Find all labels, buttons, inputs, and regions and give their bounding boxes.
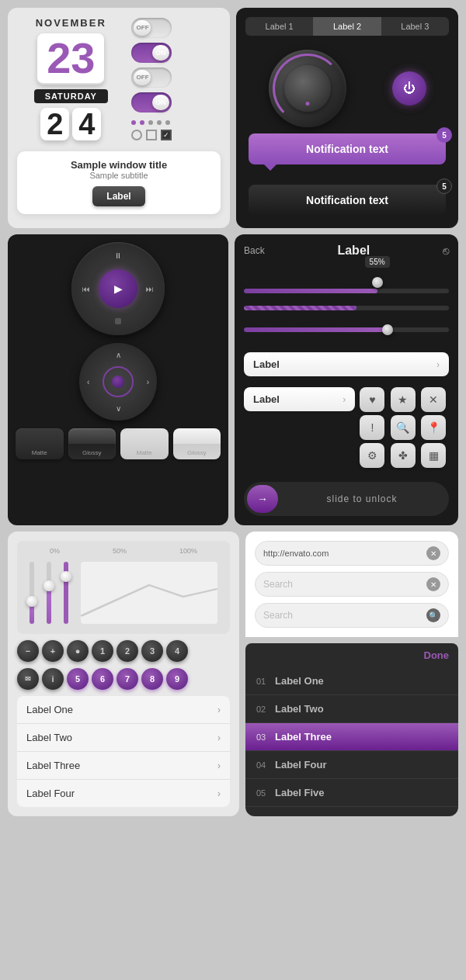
circle-8[interactable]: 8: [141, 668, 163, 690]
icon-warning[interactable]: !: [360, 415, 384, 440]
list-chevron-1: ›: [217, 705, 221, 715]
search-clear-btn-1[interactable]: ✕: [426, 577, 440, 591]
picker-item-5[interactable]: 05 Label Five: [245, 779, 458, 807]
icon-grid: ♥ ★ ✕ ! 🔍 📍 ⚙ ✤ ▦: [360, 387, 449, 468]
picker-label-1: Label One: [275, 675, 324, 687]
slider-track-3[interactable]: [244, 327, 449, 332]
nav-down[interactable]: ∨: [116, 404, 121, 413]
label-btn-2[interactable]: Label ›: [244, 387, 355, 411]
power-button[interactable]: ⏻: [392, 71, 426, 106]
picker-item-1[interactable]: 01 Label One: [245, 667, 458, 695]
icon-search[interactable]: 🔍: [391, 415, 416, 440]
icon-heart[interactable]: ♥: [360, 387, 384, 412]
circle-minus[interactable]: −: [17, 640, 39, 662]
fastfwd-btn[interactable]: ⏭: [146, 285, 154, 293]
circle-buttons-row1: − + ● 1 2 3 4: [17, 640, 230, 662]
circle-mail[interactable]: ✉: [17, 668, 39, 690]
search-placeholder-1: Search: [263, 579, 293, 590]
eq-slider-2[interactable]: [47, 562, 51, 624]
icon-close[interactable]: ✕: [421, 387, 446, 412]
window-label-btn[interactable]: Label: [92, 186, 144, 206]
list-item-3[interactable]: Label Three ›: [17, 752, 230, 780]
label-btn-1[interactable]: Label ›: [244, 352, 449, 376]
done-button[interactable]: Done: [424, 649, 450, 661]
label-btn-2-text: Label: [253, 393, 280, 405]
share-button[interactable]: ⎋: [443, 244, 449, 257]
picker-item-3[interactable]: 03 Label Three: [245, 723, 458, 751]
checkboxes-row: ✓: [131, 130, 172, 140]
volume-knob[interactable]: [269, 50, 346, 127]
slider-track-1[interactable]: [244, 289, 449, 293]
url-bar[interactable]: http://envato.com ✕: [255, 541, 449, 566]
back-button[interactable]: Back: [244, 245, 265, 256]
picker-num-1: 01: [256, 677, 275, 686]
nav-up[interactable]: ∧: [116, 351, 121, 359]
circle-6[interactable]: 6: [92, 668, 113, 690]
knob-notification-panel: Label 1 Label 2 Label 3 ⏻ Notification t…: [236, 8, 458, 228]
circle-9[interactable]: 9: [166, 668, 188, 690]
btn-matte-dark-1[interactable]: Matte: [16, 428, 64, 459]
slide-handle[interactable]: →: [247, 485, 278, 513]
icon-plus[interactable]: ✤: [391, 443, 416, 468]
tab-2[interactable]: Label 2: [313, 17, 381, 36]
circle-plus[interactable]: +: [42, 640, 64, 662]
icon-star[interactable]: ★: [391, 387, 416, 412]
sliders-section: 55%: [244, 272, 449, 337]
pause-btn[interactable]: ⏸: [114, 251, 122, 260]
url-clear-btn[interactable]: ✕: [426, 546, 440, 560]
list-item-2[interactable]: Label Two ›: [17, 724, 230, 752]
cal-day-big: 23: [37, 33, 104, 85]
circle-info[interactable]: i: [42, 668, 64, 690]
stop-btn[interactable]: [115, 318, 121, 324]
eq-sliders: [23, 558, 224, 628]
picker-item-4[interactable]: 04 Label Four: [245, 751, 458, 779]
btn-glossy-light-1[interactable]: Glossy: [173, 428, 221, 459]
slider-thumb-1[interactable]: [372, 277, 383, 288]
icon-gear[interactable]: ⚙: [360, 443, 384, 468]
list-item-1[interactable]: Label One ›: [17, 696, 230, 724]
eq-slider-1[interactable]: [30, 562, 34, 624]
checkbox-checked[interactable]: ✓: [161, 130, 172, 140]
toggle-off-1[interactable]: OFF: [131, 18, 172, 38]
list-item-4-label: Label Four: [26, 788, 75, 799]
search-bar-1[interactable]: Search ✕: [255, 572, 449, 597]
slide-to-unlock[interactable]: → slide to unlock: [244, 482, 449, 516]
tab-3[interactable]: Label 3: [381, 17, 449, 36]
circle-3[interactable]: 3: [141, 640, 163, 662]
toggle-off-2[interactable]: OFF: [131, 68, 172, 88]
toggle-on-1[interactable]: ON: [131, 43, 172, 63]
picker-item-2[interactable]: 02 Label Two: [245, 695, 458, 723]
circle-1[interactable]: 1: [92, 640, 113, 662]
btn-glossy-dark-1[interactable]: Glossy: [68, 428, 116, 459]
circle-dot[interactable]: ●: [67, 640, 89, 662]
play-btn[interactable]: ▶: [99, 269, 137, 308]
circle-4[interactable]: 4: [166, 640, 188, 662]
slider-track-2[interactable]: [244, 306, 449, 310]
circle-7[interactable]: 7: [116, 668, 138, 690]
slider-thumb-3[interactable]: [382, 324, 393, 335]
notification-badge-2: 5: [436, 178, 452, 194]
nav-center[interactable]: [103, 366, 134, 397]
window-widget: Sample window title Sample subtitle Labe…: [17, 151, 221, 214]
eq-slider-3[interactable]: [64, 562, 68, 624]
list-item-4[interactable]: Label Four ›: [17, 780, 230, 807]
icon-grid[interactable]: ▦: [421, 443, 446, 468]
tab-1[interactable]: Label 1: [245, 17, 313, 36]
toggle-on-2[interactable]: ON: [131, 92, 172, 113]
eq-labels: 0% 50% 100%: [23, 547, 224, 555]
nav-dpad: ∧ ∨ ‹ ›: [79, 343, 157, 421]
notification-purple-container: Notification text 5: [249, 133, 446, 172]
btn-matte-light-1[interactable]: Matte: [120, 428, 169, 459]
checkbox-empty[interactable]: [146, 130, 157, 140]
search-icon-btn[interactable]: 🔍: [426, 608, 440, 622]
icon-pin[interactable]: 📍: [421, 415, 446, 440]
nav-left[interactable]: ‹: [87, 378, 89, 386]
search-bar-2[interactable]: Search 🔍: [255, 603, 449, 628]
notification-badge-1: 5: [436, 127, 452, 143]
circle-2[interactable]: 2: [116, 640, 138, 662]
radio-empty[interactable]: [131, 130, 142, 140]
tabs-row: Label 1 Label 2 Label 3: [245, 17, 449, 36]
circle-5[interactable]: 5: [67, 668, 89, 690]
nav-right[interactable]: ›: [147, 378, 149, 386]
rewind-btn[interactable]: ⏮: [82, 285, 90, 293]
